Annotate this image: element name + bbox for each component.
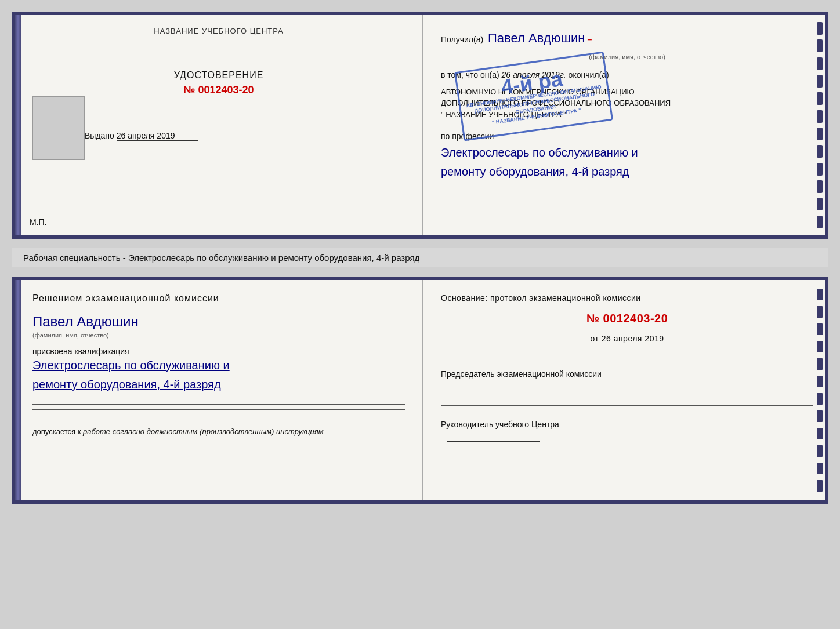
dash-bar-6 bbox=[817, 376, 823, 387]
received-label: Получил(а) bbox=[441, 35, 483, 44]
dash-bar-3 bbox=[817, 323, 823, 335]
qual-line2: ремонту оборудования, 4-й разряд bbox=[32, 375, 405, 394]
from-date-block: от 26 апреля 2019 bbox=[441, 332, 813, 345]
from-date-value: 26 апреля 2019 bbox=[602, 334, 664, 343]
dash-bar-11 bbox=[817, 463, 823, 474]
photo-placeholder bbox=[32, 96, 85, 160]
dash-bar-12 bbox=[817, 480, 823, 492]
deco-bar-12 bbox=[817, 216, 823, 228]
separator-3 bbox=[32, 409, 405, 410]
profession-line1-top: Электрослесарь по обслуживанию и bbox=[441, 143, 813, 162]
separator-2 bbox=[32, 404, 405, 405]
fio-label-bottom: (фамилия, имя, отчество) bbox=[32, 332, 405, 339]
doc-spine bbox=[15, 15, 21, 235]
dash-bar-7 bbox=[817, 393, 823, 405]
issued-label: Выдано bbox=[85, 131, 114, 140]
cert-center-block: УДОСТОВЕРЕНИЕ № 0012403-20 bbox=[32, 70, 405, 96]
org-line3: " НАЗВАНИЕ УЧЕБНОГО ЦЕНТРА " bbox=[441, 109, 813, 121]
doc-bottom-left-panel: Решением экзаменационной комиссии Павел … bbox=[21, 280, 423, 500]
right-decoration-bars bbox=[814, 15, 825, 235]
vtom-date: 26 апреля 2019г. bbox=[502, 70, 566, 79]
prisvoena-label: присвоена квалификация bbox=[32, 347, 405, 356]
doc-left-panel: НАЗВАНИЕ УЧЕБНОГО ЦЕНТРА УДОСТОВЕРЕНИЕ №… bbox=[21, 15, 423, 235]
deco-bar-3 bbox=[817, 57, 823, 70]
qual-line1: Электрослесарь по обслуживанию и bbox=[32, 356, 405, 375]
deco-bar-10 bbox=[817, 180, 823, 193]
dash-bar-1 bbox=[817, 289, 823, 300]
dopusk-label: допускается к bbox=[32, 427, 81, 436]
separator-right-2 bbox=[441, 405, 813, 406]
chairman-block: Председатель экзаменационной комиссии bbox=[441, 367, 813, 396]
director-block: Руководитель учебного Центра bbox=[441, 417, 813, 446]
org-line1: АВТОНОМНУЮ НЕКОММЕРЧЕСКУЮ ОРГАНИЗАЦИЮ bbox=[441, 86, 813, 98]
doc-spine-bottom bbox=[15, 280, 21, 500]
org-block: АВТОНОМНУЮ НЕКОММЕРЧЕСКУЮ ОРГАНИЗАЦИЮ ДО… bbox=[441, 86, 813, 121]
fio-label-top: (фамилия, имя, отчество) bbox=[441, 52, 813, 63]
document-top: НАЗВАНИЕ УЧЕБНОГО ЦЕНТРА УДОСТОВЕРЕНИЕ №… bbox=[12, 12, 828, 239]
doc-right-panel: Получил(а) Павел Авдюшин – (фамилия, имя… bbox=[423, 15, 825, 235]
deco-bar-7 bbox=[817, 128, 823, 140]
deco-bar-8 bbox=[817, 145, 823, 158]
middle-specialty-label: Рабочая специальность - Электрослесарь п… bbox=[12, 248, 828, 267]
document-bottom: Решением экзаменационной комиссии Павел … bbox=[12, 277, 828, 504]
cert-title: УДОСТОВЕРЕНИЕ bbox=[32, 70, 405, 81]
osnov-block: Основание: протокол экзаменационной коми… bbox=[441, 292, 813, 346]
dash-bar-8 bbox=[817, 410, 823, 422]
received-name: Павел Авдюшин bbox=[488, 27, 585, 50]
org-line2: ДОПОЛНИТЕЛЬНОГО ПРОФЕССИОНАЛЬНОГО ОБРАЗО… bbox=[441, 97, 813, 109]
profession-line2-top: ремонту оборудования, 4-й разряд bbox=[441, 162, 813, 181]
dopusk-block: допускается к работе согласно должностны… bbox=[32, 427, 405, 436]
dash-bar-2 bbox=[817, 306, 823, 318]
training-center-header: НАЗВАНИЕ УЧЕБНОГО ЦЕНТРА bbox=[32, 27, 405, 35]
director-sig-line bbox=[447, 441, 540, 442]
vtom-label: в том, что он(а) bbox=[441, 70, 499, 79]
deco-bar-5 bbox=[817, 92, 823, 105]
right-deco-bars-bottom bbox=[814, 280, 825, 500]
cert-number: № 0012403-20 bbox=[32, 84, 405, 96]
protocol-number: № 0012403-20 bbox=[441, 309, 813, 328]
prisvoena-block: присвоена квалификация Электрослесарь по… bbox=[32, 347, 405, 394]
deco-bar-11 bbox=[817, 198, 823, 210]
deco-bar-4 bbox=[817, 75, 823, 88]
issued-date: 26 апреля 2019 bbox=[117, 131, 198, 141]
chairman-sig-line bbox=[447, 391, 540, 391]
cert-issued: Выдано 26 апреля 2019 bbox=[85, 131, 405, 141]
deco-bar-2 bbox=[817, 39, 823, 52]
commission-person-name: Павел Авдюшин bbox=[32, 314, 139, 330]
vtom-block: в том, что он(а) 26 апреля 2019г. окончи… bbox=[441, 68, 813, 81]
profession-label-top: по профессии bbox=[441, 132, 494, 141]
page-wrapper: НАЗВАНИЕ УЧЕБНОГО ЦЕНТРА УДОСТОВЕРЕНИЕ №… bbox=[0, 0, 840, 629]
doc-bottom-right-panel: Основание: протокол экзаменационной коми… bbox=[423, 280, 825, 500]
from-label: от bbox=[590, 334, 599, 343]
chairman-label: Председатель экзаменационной комиссии bbox=[441, 367, 813, 381]
commission-title: Решением экзаменационной комиссии bbox=[32, 292, 405, 306]
director-label: Руководитель учебного Центра bbox=[441, 417, 813, 432]
dash-bar-9 bbox=[817, 428, 823, 439]
mp-label: М.П. bbox=[30, 217, 47, 227]
deco-bar-1 bbox=[817, 22, 823, 35]
separator-1 bbox=[32, 399, 405, 399]
deco-bar-9 bbox=[817, 163, 823, 176]
commission-name-block: Павел Авдюшин (фамилия, имя, отчество) bbox=[32, 314, 405, 339]
received-block: Получил(а) Павел Авдюшин – (фамилия, имя… bbox=[441, 27, 813, 63]
dash-bar-5 bbox=[817, 358, 823, 370]
profession-block-top: по профессии Электрослесарь по обслужива… bbox=[441, 132, 813, 181]
deco-bar-6 bbox=[817, 110, 823, 123]
dash-bar-4 bbox=[817, 341, 823, 352]
dopusk-italic-text: работе согласно должностным (производств… bbox=[83, 427, 324, 436]
dash-bar-10 bbox=[817, 445, 823, 457]
okonchil-label: окончил(а) bbox=[569, 70, 609, 79]
osnov-label: Основание: протокол экзаменационной коми… bbox=[441, 293, 641, 303]
separator-right-1 bbox=[441, 355, 813, 355]
